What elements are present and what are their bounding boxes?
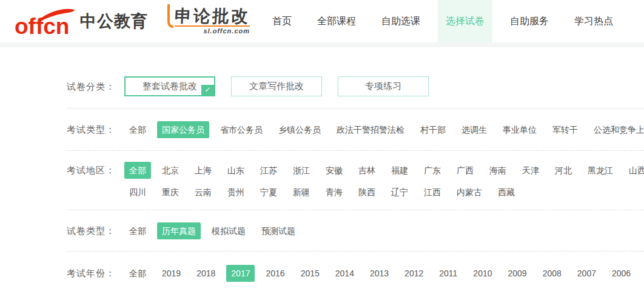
- product-name: 申论批改: [174, 8, 250, 25]
- filter-option[interactable]: 安徽: [321, 162, 347, 179]
- filter-option[interactable]: 天津: [517, 162, 544, 179]
- brand-name: 中公教育: [80, 10, 148, 32]
- paper-filter-panel: 试卷分类：整套试卷批改✓文章写作批改专项练习考试类型：全部国家公务员省市公务员乡…: [0, 47, 644, 295]
- filter-option[interactable]: 西藏: [493, 184, 520, 201]
- filter-row-options: 全部北京上海山东江苏浙江安徽吉林福建广东广西海南天津河北黑龙江山西四川重庆云南贵…: [124, 162, 644, 201]
- nav-item-1[interactable]: 全部课程: [309, 0, 364, 42]
- filter-option[interactable]: 浙江: [288, 162, 315, 179]
- filter-row-options: 全部20192018201720162015201420132012201120…: [124, 265, 644, 282]
- filter-row-options: 全部历年真题模拟试题预测试题: [124, 222, 644, 239]
- nav-item-0[interactable]: 首页: [264, 0, 300, 42]
- filter-option[interactable]: 江苏: [255, 162, 282, 179]
- filter-option[interactable]: 云南: [190, 184, 216, 201]
- filter-option[interactable]: 辽宁: [386, 184, 413, 201]
- filter-option[interactable]: 2019: [157, 265, 186, 282]
- filter-row-label: 考试地区：: [67, 162, 124, 179]
- svg-text:offcn: offcn: [15, 14, 69, 38]
- filter-option[interactable]: 全部: [124, 162, 151, 179]
- filter-row-options: 全部国家公务员省市公务员乡镇公务员政法干警招警法检村干部选调生事业单位军转干公选…: [124, 121, 644, 138]
- filter-option[interactable]: 国家公务员: [157, 121, 209, 138]
- offcn-logo-icon: offcn: [15, 5, 75, 38]
- filter-row: 考试地区：全部北京上海山东江苏浙江安徽吉林福建广东广西海南天津河北黑龙江山西四川…: [0, 151, 644, 210]
- filter-option[interactable]: 吉林: [354, 162, 380, 179]
- filter-option[interactable]: 2007: [572, 265, 601, 282]
- main-nav: 首页全部课程自助选课选择试卷自助服务学习热点: [260, 0, 626, 42]
- filter-option[interactable]: 贵州: [223, 184, 249, 201]
- filter-option[interactable]: 政法干警招警法检: [332, 121, 409, 138]
- category-button-label: 文章写作批改: [249, 81, 304, 91]
- filter-row: 试卷类型：全部历年真题模拟试题预测试题: [0, 210, 644, 252]
- filter-option[interactable]: 2015: [296, 265, 324, 282]
- filter-option[interactable]: 新疆: [288, 184, 315, 201]
- category-button[interactable]: 整套试卷批改✓: [124, 76, 215, 96]
- filter-option[interactable]: 省市公务员: [215, 121, 267, 138]
- filter-option[interactable]: 2008: [538, 265, 566, 282]
- filter-option[interactable]: 选调生: [457, 121, 492, 138]
- filter-option[interactable]: 军转干: [548, 121, 583, 138]
- nav-item-4[interactable]: 自助服务: [502, 0, 557, 42]
- header: offcn 中公教育 申论批改 sl.offcn.com 首页全部课程自助选课选…: [0, 0, 644, 42]
- filter-option[interactable]: 2016: [261, 265, 289, 282]
- product-site-url: sl.offcn.com: [175, 25, 250, 35]
- header-divider: [0, 42, 644, 47]
- filter-option[interactable]: 2012: [400, 265, 428, 282]
- filter-option[interactable]: 2009: [503, 265, 532, 282]
- filter-option[interactable]: 青海: [321, 184, 347, 201]
- filter-row: 考试类型：全部国家公务员省市公务员乡镇公务员政法干警招警法检村干部选调生事业单位…: [0, 108, 644, 151]
- filter-option[interactable]: 陕西: [354, 184, 380, 201]
- filter-option[interactable]: 2006: [607, 265, 636, 282]
- filter-option[interactable]: 全部: [124, 222, 151, 239]
- nav-item-2[interactable]: 自助选课: [374, 0, 428, 42]
- filter-option[interactable]: 预测试题: [257, 222, 300, 239]
- filter-option[interactable]: 2010: [468, 265, 497, 282]
- filter-row-label: 考试年份：: [67, 265, 124, 282]
- filter-option[interactable]: 2013: [365, 265, 394, 282]
- pen-icon: [164, 3, 173, 32]
- filter-option[interactable]: 北京: [157, 162, 184, 179]
- filter-option[interactable]: 山东: [223, 162, 249, 179]
- filter-option[interactable]: 福建: [386, 162, 413, 179]
- filter-option[interactable]: 模拟试题: [207, 222, 250, 239]
- filter-row-label: 考试类型：: [67, 121, 124, 138]
- filter-option[interactable]: 重庆: [157, 184, 184, 201]
- filter-option[interactable]: 宁夏: [255, 184, 282, 201]
- filter-option[interactable]: 2011: [434, 265, 462, 282]
- filter-option[interactable]: 河北: [550, 162, 577, 179]
- filter-option[interactable]: 海南: [485, 162, 511, 179]
- filter-row: 考试年份：全部201920182017201620152014201320122…: [0, 252, 644, 295]
- site-logo[interactable]: offcn 中公教育 申论批改 sl.offcn.com: [15, 5, 250, 38]
- category-button[interactable]: 专项练习: [338, 76, 429, 96]
- filter-option[interactable]: 山西: [624, 162, 644, 179]
- filter-option[interactable]: 历年真题: [157, 222, 201, 239]
- filter-option[interactable]: 广西: [452, 162, 478, 179]
- filter-option[interactable]: 四川: [124, 184, 151, 201]
- filter-option[interactable]: 上海: [190, 162, 216, 179]
- filter-row: 试卷分类：整套试卷批改✓文章写作批改专项练习: [0, 47, 644, 108]
- filter-option[interactable]: 事业单位: [498, 121, 542, 138]
- nav-item-5[interactable]: 学习热点: [566, 0, 621, 42]
- category-button-label: 专项练习: [365, 81, 401, 91]
- filter-option[interactable]: 2017: [226, 265, 255, 282]
- category-button-label: 整套试卷批改: [143, 81, 197, 91]
- filter-row-label: 试卷类型：: [67, 222, 124, 239]
- filter-option[interactable]: 黑龙江: [583, 162, 618, 179]
- filter-row-options: 整套试卷批改✓文章写作批改专项练习: [124, 76, 644, 96]
- filter-row-label: 试卷分类：: [67, 76, 124, 96]
- filter-option[interactable]: 公选和竞争上岗: [589, 121, 644, 138]
- category-button[interactable]: 文章写作批改: [231, 76, 322, 96]
- filter-option[interactable]: 内蒙古: [452, 184, 487, 201]
- filter-option[interactable]: 江西: [419, 184, 446, 201]
- check-icon: ✓: [201, 85, 214, 95]
- filter-option[interactable]: 全部: [124, 121, 151, 138]
- filter-option[interactable]: 广东: [419, 162, 446, 179]
- filter-option[interactable]: 2014: [330, 265, 359, 282]
- filter-option[interactable]: 村干部: [415, 121, 451, 138]
- filter-option[interactable]: 乡镇公务员: [273, 121, 326, 138]
- filter-option[interactable]: 全部: [124, 265, 151, 282]
- filter-option[interactable]: 2018: [192, 265, 220, 282]
- product-logo: 申论批改 sl.offcn.com: [164, 8, 250, 35]
- nav-item-3[interactable]: 选择试卷: [438, 0, 492, 42]
